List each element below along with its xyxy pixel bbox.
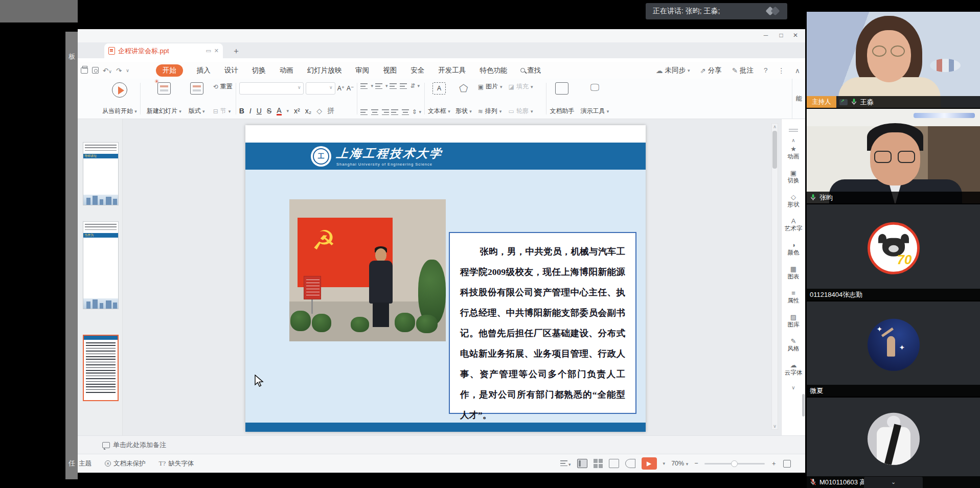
- reset-button[interactable]: ⟲重置: [213, 82, 233, 91]
- textbox-button[interactable]: A 文本框 ▾: [428, 79, 450, 119]
- ribbon-tab-11[interactable]: 特色功能: [480, 66, 507, 75]
- alumnus-photo[interactable]: ☭: [289, 199, 446, 341]
- play-from-current-button[interactable]: 从当前开始 ▾: [102, 79, 137, 119]
- side-tab-图表[interactable]: ▦图表: [782, 266, 805, 281]
- clear-format-icon[interactable]: ◇: [316, 107, 322, 115]
- outline-button[interactable]: ▭轮廓▾: [509, 107, 533, 115]
- participant-tile-4[interactable]: ✦✦微夏: [807, 301, 980, 397]
- distribute-icon[interactable]: [401, 109, 409, 115]
- normal-view-button[interactable]: [577, 459, 587, 468]
- side-tab-形状[interactable]: ◇形状: [782, 194, 805, 208]
- indent-icon[interactable]: [400, 83, 408, 89]
- doc-assistant-button[interactable]: 文档助手: [550, 79, 574, 119]
- cut-off-button[interactable]: 能: [792, 79, 805, 119]
- new-tab-button[interactable]: ＋: [232, 43, 240, 58]
- text-direction-icon[interactable]: ⇵: [410, 82, 415, 89]
- close-button[interactable]: ✕: [789, 30, 802, 40]
- ribbon-tab-2[interactable]: 插入: [197, 66, 211, 75]
- reading-view-button[interactable]: [609, 459, 619, 468]
- participant-tile-5[interactable]: M010110603 高仁: [807, 398, 980, 488]
- vertical-scrollbar[interactable]: ∧ ∨: [771, 123, 778, 430]
- present-tools-button[interactable]: 🖵 演示工具 ▾: [580, 79, 609, 119]
- panel-scrollbar-stub[interactable]: [802, 394, 805, 416]
- participant-tile-1[interactable]: 主持人王淼: [807, 12, 980, 108]
- zoom-in-button[interactable]: ＋: [771, 459, 778, 468]
- ribbon-right-item-1[interactable]: ☁未同步▾: [656, 66, 690, 75]
- notes-toggle-icon[interactable]: ▾: [560, 460, 571, 468]
- find-button[interactable]: 查找: [520, 66, 541, 75]
- tab-close-icon[interactable]: ✕: [214, 48, 219, 54]
- panel-collapse-button[interactable]: ⌄: [864, 477, 923, 488]
- bullets-icon[interactable]: [360, 83, 369, 89]
- zoom-level[interactable]: 70% ▾: [671, 460, 688, 467]
- numbering-icon[interactable]: [375, 83, 383, 89]
- shape-button[interactable]: ⬠ 形状 ▾: [455, 79, 472, 119]
- slide-sorter-button[interactable]: [594, 459, 603, 468]
- italic-button[interactable]: I: [249, 107, 252, 115]
- ribbon-tab-8[interactable]: 视图: [383, 66, 397, 75]
- ribbon-tab-3[interactable]: 设计: [224, 66, 238, 75]
- subscript-button[interactable]: x₂: [305, 107, 311, 115]
- redo-icon[interactable]: ↷: [116, 66, 122, 75]
- slideshow-play-button[interactable]: ▶: [642, 457, 657, 470]
- ribbon-tab-7[interactable]: 审阅: [355, 66, 369, 75]
- undo-icon[interactable]: ↶∨: [103, 66, 112, 75]
- panel-grip[interactable]: [789, 129, 798, 130]
- fill-button[interactable]: ◪填充▾: [509, 82, 533, 91]
- tab-pin-icon[interactable]: ▭: [206, 48, 211, 54]
- document-tab[interactable]: 企程讲堂会标.ppt ▭ ✕: [104, 43, 223, 58]
- side-tab-颜色[interactable]: ◑颜色: [782, 242, 805, 257]
- ribbon-tab-4[interactable]: 切换: [252, 66, 266, 75]
- scroll-up-icon[interactable]: ∧: [772, 124, 778, 129]
- missing-font-status[interactable]: T?缺失字体: [159, 459, 194, 468]
- slideshow-view-button[interactable]: [625, 459, 635, 468]
- zoom-slider[interactable]: [704, 463, 765, 464]
- protection-status[interactable]: ✕文档未保护: [105, 459, 146, 468]
- align-center-icon[interactable]: [371, 109, 379, 115]
- panel-scroll-down-icon[interactable]: ∨: [782, 385, 805, 390]
- align-left-icon[interactable]: [360, 109, 369, 115]
- new-slide-button[interactable]: 新建幻灯片 ▾: [147, 79, 181, 119]
- ribbon-tab-6[interactable]: 幻灯片放映: [307, 66, 342, 75]
- side-tab-图库[interactable]: ▨图库: [782, 314, 805, 329]
- print-icon[interactable]: [81, 67, 88, 74]
- customize-toolbar-icon[interactable]: ∨: [126, 68, 129, 73]
- superscript-button[interactable]: x²: [294, 107, 300, 115]
- side-tab-属性[interactable]: ≡属性: [782, 290, 805, 305]
- font-color-button[interactable]: A: [277, 107, 281, 115]
- ribbon-tab-10[interactable]: 开发工具: [438, 66, 466, 75]
- slide-thumbnail-3[interactable]: [83, 335, 119, 401]
- fullscreen-icon[interactable]: [783, 460, 791, 468]
- print-preview-icon[interactable]: [92, 67, 99, 74]
- side-tab-切换[interactable]: ▣切换: [782, 170, 805, 184]
- font-size-select[interactable]: [306, 82, 335, 95]
- picture-button[interactable]: ▣图片▾: [478, 82, 503, 91]
- justify-icon[interactable]: [391, 109, 399, 115]
- zoom-out-button[interactable]: −: [694, 460, 698, 467]
- participant-tile-2[interactable]: 张昀: [807, 109, 980, 203]
- ribbon-tab-9[interactable]: 安全: [411, 66, 424, 75]
- font-name-select[interactable]: [239, 82, 304, 95]
- slide-thumbnail-2[interactable]: 当作为: [83, 221, 119, 309]
- bio-textbox[interactable]: 张昀，男，中共党员，机械与汽车工程学院2009级校友，现任上海博阳新能源科技股份…: [449, 232, 636, 414]
- align-right-icon[interactable]: [381, 109, 389, 115]
- scrollbar-thumb[interactable]: [772, 131, 777, 169]
- ribbon-right-item-6[interactable]: ∧: [795, 66, 800, 75]
- line-spacing-icon[interactable]: ⇕: [412, 108, 417, 115]
- ribbon-right-item-2[interactable]: ⇗分享: [700, 66, 721, 75]
- side-tab-动画[interactable]: ★动画: [782, 146, 805, 160]
- maximize-button[interactable]: □: [774, 30, 788, 40]
- participant-tile-3[interactable]: 70011218404张志勤: [807, 204, 980, 300]
- section-button[interactable]: ⊟节▾: [213, 107, 233, 115]
- strikethrough-button[interactable]: S: [267, 107, 271, 115]
- minimize-button[interactable]: ─: [759, 30, 772, 40]
- ribbon-right-item-3[interactable]: ✎批注: [732, 66, 754, 75]
- slide-thumbnail-1[interactable]: 导师讲坛: [83, 142, 119, 205]
- scroll-down-icon[interactable]: ∨: [772, 424, 778, 429]
- side-tab-艺术字[interactable]: A艺术字: [782, 218, 805, 233]
- font-increase-button[interactable]: A⁺: [337, 85, 345, 92]
- ribbon-tab-1[interactable]: 开始: [156, 64, 183, 77]
- side-tab-云字体[interactable]: ☁云字体: [782, 362, 805, 377]
- side-tab-风格[interactable]: ✎风格: [782, 338, 805, 353]
- outdent-icon[interactable]: [390, 83, 398, 89]
